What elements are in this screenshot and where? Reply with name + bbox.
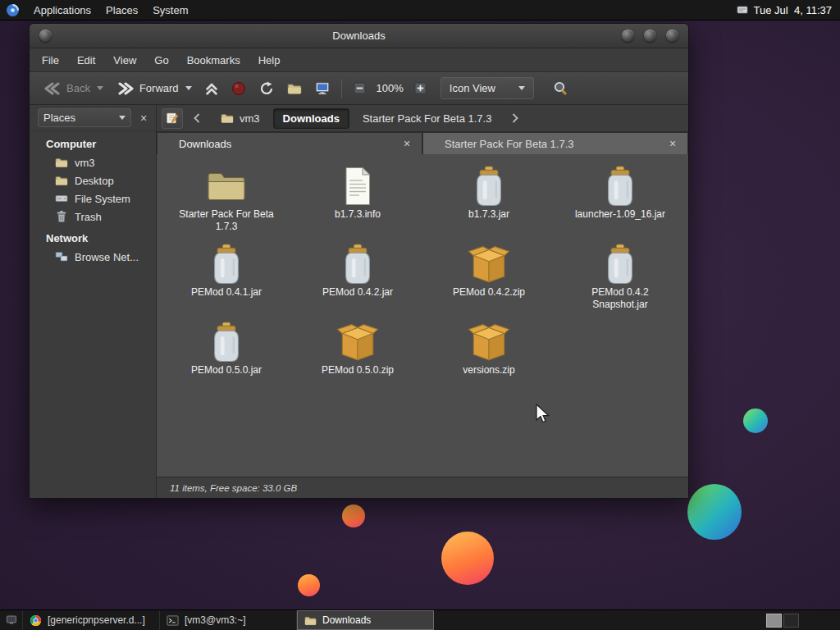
breadcrumb-downloads[interactable]: Downloads <box>273 108 349 129</box>
zoom-level: 100% <box>373 82 407 94</box>
home-button[interactable] <box>281 78 308 99</box>
statusbar: 11 items, Free space: 33.0 GB <box>157 477 688 498</box>
titlebar[interactable]: Downloads <box>30 24 688 48</box>
file-label: b1.7.3.jar <box>468 208 509 221</box>
file-item[interactable]: PEMod 0.4.2 Snapshot.jar <box>555 244 686 322</box>
file-item[interactable]: b1.7.3.info <box>292 166 423 244</box>
places-select[interactable]: Places <box>38 108 131 127</box>
file-item[interactable]: versions.zip <box>423 322 555 399</box>
stop-button[interactable] <box>226 77 252 100</box>
menu-go[interactable]: Go <box>145 48 177 72</box>
breadcrumb-starter-pack-for-beta-1-7-3[interactable]: Starter Pack For Beta 1.7.3 <box>353 108 502 129</box>
zoom-out-button[interactable] <box>348 78 372 98</box>
folder-icon <box>221 112 234 125</box>
icon-view[interactable]: Starter Pack For Beta 1.7.3b1.7.3.infob1… <box>157 154 688 477</box>
status-text: 11 items, Free space: 33.0 GB <box>170 483 297 493</box>
file-item[interactable]: PEMod 0.4.2.zip <box>423 244 555 322</box>
menu-file[interactable]: File <box>33 48 68 72</box>
path-scroll-left-button[interactable] <box>186 108 208 129</box>
home-folder-icon <box>287 82 302 95</box>
taskbar: [genericpnpserver.d...][vm3@vm3:~]Downlo… <box>0 609 840 630</box>
file-item[interactable]: launcher-1.09_16.jar <box>555 166 686 244</box>
network-icon <box>55 250 68 263</box>
file-item[interactable]: PEMod 0.4.2.jar <box>292 244 423 322</box>
back-button[interactable]: Back <box>38 78 109 99</box>
sidebar-close-icon[interactable]: × <box>136 111 151 126</box>
computer-button[interactable] <box>309 77 336 100</box>
tab-close-icon[interactable]: × <box>666 137 679 150</box>
file-item[interactable]: b1.7.3.jar <box>423 166 555 244</box>
computer-icon <box>315 81 330 96</box>
path-scroll-right-button[interactable] <box>504 108 526 129</box>
workspace-2[interactable] <box>783 614 799 628</box>
zip-file-icon <box>468 322 510 363</box>
file-item[interactable]: PEMod 0.5.0.zip <box>292 322 423 399</box>
tab-close-icon[interactable]: × <box>400 137 413 150</box>
sidebar-item-vm3[interactable]: vm3 <box>30 153 156 171</box>
breadcrumb-label: Downloads <box>283 112 340 125</box>
tab-downloads[interactable]: Downloads× <box>157 132 422 154</box>
file-label: PEMod 0.4.1.jar <box>191 286 262 299</box>
window-menu-button[interactable] <box>39 30 52 42</box>
taskbar-window-vm3-vm3[interactable]: [vm3@vm3:~] <box>160 610 297 630</box>
back-dropdown-icon[interactable] <box>97 86 103 90</box>
zoom-in-button[interactable] <box>409 78 432 98</box>
tab-label: Downloads <box>179 138 400 150</box>
file-label: PEMod 0.4.2 Snapshot.jar <box>566 286 674 311</box>
sidebar-item-desktop[interactable]: Desktop <box>30 171 156 189</box>
panel-menu-system[interactable]: System <box>145 0 195 21</box>
file-item[interactable]: Starter Pack For Beta 1.7.3 <box>161 166 292 244</box>
file-item[interactable]: PEMod 0.4.1.jar <box>161 244 292 322</box>
sidebar-header: Places × <box>30 105 156 131</box>
sidebar: Places × Computervm3DesktopFile SystemTr… <box>30 105 157 498</box>
view-mode-select[interactable]: Icon View <box>441 77 534 99</box>
sidebar-item-label: Desktop <box>75 175 114 187</box>
file-label: versions.zip <box>463 364 514 377</box>
edit-location-toggle[interactable] <box>162 108 183 129</box>
breadcrumb-label: Starter Pack For Beta 1.7.3 <box>363 112 492 125</box>
file-label: PEMod 0.4.2.jar <box>322 286 393 299</box>
distro-logo-icon[interactable] <box>6 3 20 17</box>
menu-bookmarks[interactable]: Bookmarks <box>178 48 249 72</box>
panel-menu-places[interactable]: Places <box>98 0 145 21</box>
taskbar-window-genericpnpserver-d[interactable]: [genericpnpserver.d...] <box>23 610 160 630</box>
refresh-button[interactable] <box>253 77 280 100</box>
toolbar-separator <box>341 79 342 98</box>
file-item[interactable]: PEMod 0.5.0.jar <box>161 322 292 399</box>
folder-icon <box>55 156 68 169</box>
menu-edit[interactable]: Edit <box>68 48 104 72</box>
sidebar-group-computer: Computer <box>30 131 156 153</box>
refresh-icon <box>259 81 274 96</box>
panel-menu-applications[interactable]: Applications <box>26 0 98 21</box>
menu-view[interactable]: View <box>104 48 145 72</box>
clock[interactable]: Tue Jul 4, 11:37 <box>754 4 832 16</box>
forward-dropdown-icon[interactable] <box>185 86 192 90</box>
tab-starter-pack-for-beta-1-7-3[interactable]: Starter Pack For Beta 1.7.3× <box>422 132 688 154</box>
forward-button[interactable]: Forward <box>111 78 198 99</box>
sidebar-item-label: Browse Net... <box>75 251 139 263</box>
close-button[interactable] <box>666 30 678 42</box>
sidebar-item-trash[interactable]: Trash <box>30 208 156 226</box>
up-button[interactable] <box>199 77 224 100</box>
notification-tray-icon[interactable] <box>737 4 748 16</box>
taskbar-spacer <box>434 610 766 630</box>
pathbar: vm3DownloadsStarter Pack For Beta 1.7.3 <box>157 105 688 132</box>
minimize-button[interactable] <box>622 30 634 42</box>
menu-help[interactable]: Help <box>249 48 290 72</box>
zip-file-icon <box>468 244 510 285</box>
trash-icon <box>55 210 68 223</box>
search-button[interactable] <box>547 76 575 101</box>
workspace-1[interactable] <box>766 614 782 628</box>
toolbar: Back Forward 100% I <box>30 72 688 105</box>
zoom-out-icon <box>354 82 366 94</box>
taskbar-window-downloads[interactable]: Downloads <box>297 610 434 630</box>
up-arrow-icon <box>205 81 218 96</box>
maximize-button[interactable] <box>644 30 656 42</box>
sidebar-item-browse-net[interactable]: Browse Net... <box>30 248 156 266</box>
sidebar-item-file-system[interactable]: File System <box>30 189 156 208</box>
desktop-ball-orange-large <box>441 532 494 585</box>
sidebar-group-network: Network <box>30 226 156 248</box>
show-desktop-button[interactable] <box>0 610 23 630</box>
breadcrumb-vm3[interactable]: vm3 <box>211 107 270 129</box>
tabbar: Downloads×Starter Pack For Beta 1.7.3× <box>157 132 688 154</box>
